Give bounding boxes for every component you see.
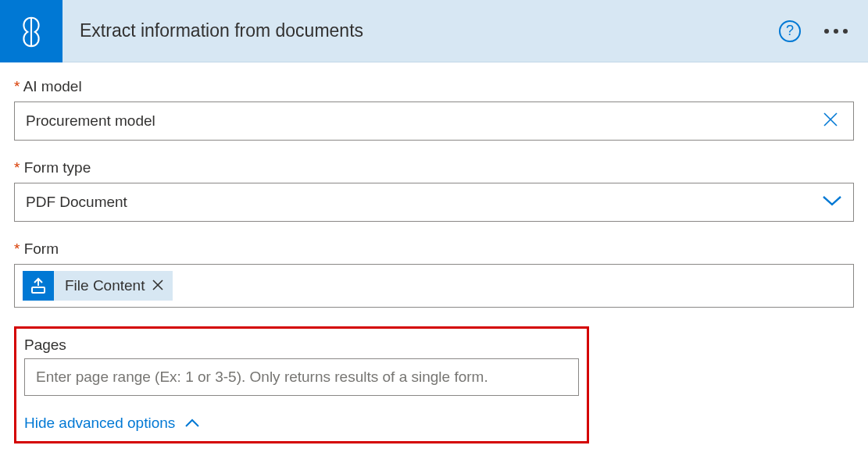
form-type-value: PDF Document (26, 194, 822, 211)
card-header: Extract information from documents ? (0, 0, 868, 62)
more-icon[interactable] (818, 23, 854, 40)
svg-rect-3 (32, 287, 45, 293)
file-content-token[interactable]: File Content (23, 271, 173, 301)
ai-model-value: Procurement model (26, 112, 819, 130)
action-icon (0, 0, 63, 62)
header-actions: ? (779, 20, 854, 42)
field-ai-model: AI model Procurement model (14, 78, 854, 141)
toggle-label: Hide advanced options (24, 415, 175, 432)
token-label: File Content (65, 277, 145, 294)
pages-highlight: Pages Hide advanced options (14, 326, 589, 443)
chevron-down-icon[interactable] (822, 194, 842, 211)
help-icon[interactable]: ? (779, 20, 801, 42)
form-type-label: Form type (14, 159, 854, 176)
card-title: Extract information from documents (80, 20, 779, 41)
clear-icon[interactable] (819, 109, 842, 134)
field-form: Form File Content (14, 240, 854, 308)
form-input[interactable]: File Content (14, 264, 854, 308)
form-body: AI model Procurement model Form type PDF… (0, 62, 868, 454)
pages-input[interactable] (24, 358, 579, 396)
ai-model-label: AI model (14, 78, 854, 95)
pages-label: Pages (24, 337, 579, 354)
form-type-select[interactable]: PDF Document (14, 183, 854, 222)
chevron-up-icon (184, 415, 200, 432)
token-remove-icon[interactable] (152, 278, 163, 294)
field-form-type: Form type PDF Document (14, 159, 854, 222)
ai-model-input[interactable]: Procurement model (14, 102, 854, 141)
form-label: Form (14, 240, 854, 258)
hide-advanced-options-link[interactable]: Hide advanced options (24, 415, 579, 432)
dynamic-content-icon (23, 271, 54, 301)
